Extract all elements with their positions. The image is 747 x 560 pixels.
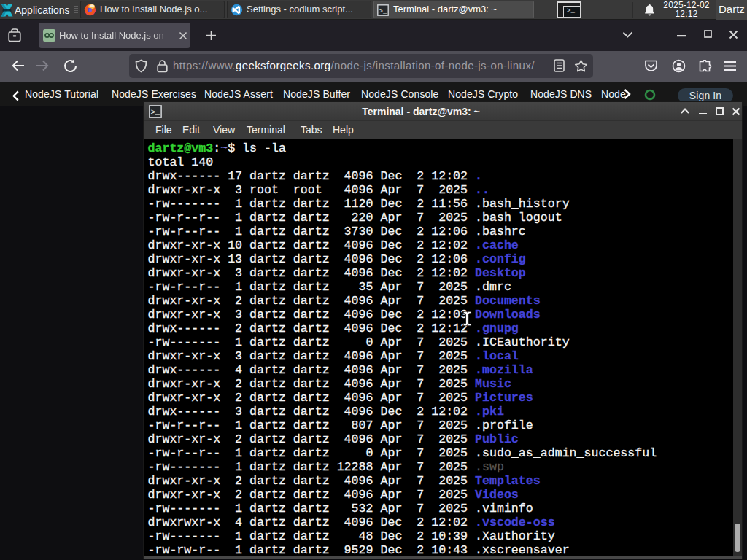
svg-text:>_: >_ <box>379 8 387 15</box>
svg-text:>_: >_ <box>150 108 160 117</box>
